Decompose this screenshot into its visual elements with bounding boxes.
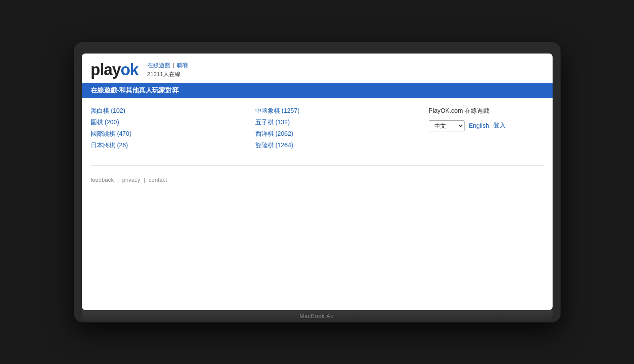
footer-link-privacy[interactable]: privacy [122, 176, 140, 183]
game-link[interactable]: 黑白棋 (102) [91, 107, 255, 115]
footer-link-feedback[interactable]: feedback [91, 176, 114, 183]
english-link[interactable]: English [469, 122, 489, 129]
laptop-screen: playok 在線遊戲 | 聯賽 21211人在線 在線遊戲-和其他真人玩家對弈 [82, 54, 553, 310]
laptop-notch [304, 50, 330, 54]
link-separator: | [173, 61, 174, 69]
game-link[interactable]: 中國象棋 (1257) [255, 107, 420, 115]
online-games-link[interactable]: 在線遊戲 [147, 61, 170, 69]
tournament-link[interactable]: 聯賽 [177, 61, 188, 69]
game-link[interactable]: 雙陸棋 (1264) [255, 142, 420, 149]
laptop-base: MacBook Air [82, 310, 553, 322]
laptop-model-label: MacBook Air [300, 313, 334, 319]
games-left-col: 黑白棋 (102)圍棋 (200)國際跳棋 (470)日本將棋 (26) [91, 107, 255, 149]
right-panel: PlayOK.com 在線遊戲 中文English English 登入 [420, 107, 544, 149]
footer-separator: | [142, 176, 147, 183]
site-footer: feedback | privacy | contact [82, 173, 553, 192]
game-link[interactable]: 日本將棋 (26) [91, 142, 255, 149]
footer-link-contact[interactable]: contact [149, 176, 167, 183]
website-content: playok 在線遊戲 | 聯賽 21211人在線 在線遊戲-和其他真人玩家對弈 [82, 54, 553, 192]
laptop-frame: playok 在線遊戲 | 聯賽 21211人在線 在線遊戲-和其他真人玩家對弈 [74, 42, 561, 322]
content-divider [91, 165, 544, 166]
games-section: 黑白棋 (102)圍棋 (200)國際跳棋 (470)日本將棋 (26) 中國象… [91, 107, 420, 149]
main-content: 黑白棋 (102)圍棋 (200)國際跳棋 (470)日本將棋 (26) 中國象… [82, 98, 553, 158]
header-links: 在線遊戲 | 聯賽 [147, 61, 188, 69]
logo-play: play [91, 61, 121, 79]
game-link[interactable]: 西洋棋 (2062) [255, 130, 420, 138]
banner: 在線遊戲-和其他真人玩家對弈 [82, 83, 553, 98]
login-link[interactable]: 登入 [493, 122, 506, 130]
game-link[interactable]: 圍棋 (200) [91, 119, 255, 126]
language-select[interactable]: 中文English [429, 120, 465, 131]
right-panel-title: PlayOK.com 在線遊戲 [429, 107, 544, 115]
site-header: playok 在線遊戲 | 聯賽 21211人在線 [82, 54, 553, 83]
lang-row: 中文English English 登入 [429, 120, 544, 131]
game-link[interactable]: 國際跳棋 (470) [91, 130, 255, 138]
banner-text: 在線遊戲-和其他真人玩家對弈 [91, 86, 179, 95]
footer-separator: | [115, 176, 120, 183]
logo-ok: ok [121, 61, 138, 79]
site-logo: playok [91, 61, 138, 79]
games-right-col: 中國象棋 (1257)五子棋 (132)西洋棋 (2062)雙陸棋 (1264) [255, 107, 420, 149]
online-count: 21211人在線 [147, 70, 188, 78]
game-link[interactable]: 五子棋 (132) [255, 119, 420, 126]
header-right: 在線遊戲 | 聯賽 21211人在線 [147, 61, 188, 78]
